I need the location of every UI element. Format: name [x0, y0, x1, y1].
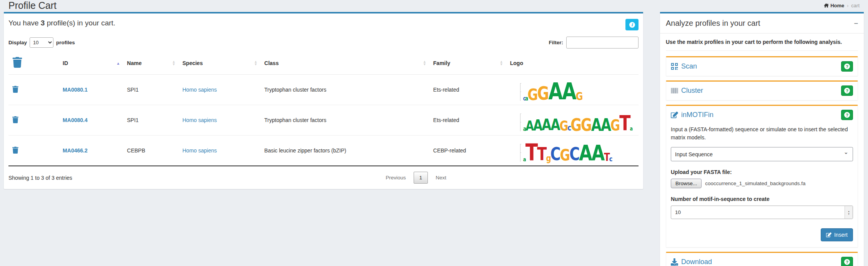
table-header-row: ID ▲ Name ▲▼ Species ▲▼ Class: [8, 52, 639, 75]
column-header-species[interactable]: Species ▲▼: [179, 52, 261, 75]
main-content: You have 3 profile(s) in your cart. i Di…: [4, 12, 864, 266]
scan-link[interactable]: Scan: [671, 62, 697, 70]
display-count-select[interactable]: 10: [30, 37, 53, 48]
sequence-source-select-wrap: Input Sequence ⌄: [671, 147, 853, 161]
profile-cart-page: Profile Cart Home › cart You have 3 prof…: [0, 0, 868, 266]
cluster-link[interactable]: Cluster: [671, 87, 703, 95]
scan-section: Scan ?: [666, 56, 858, 76]
question-icon: ?: [844, 259, 850, 265]
inmotifin-form: Input a (FASTA-formatted) sequence or si…: [671, 125, 853, 241]
scan-label: Scan: [681, 62, 697, 70]
column-header-class[interactable]: Class ▲▼: [261, 52, 429, 75]
remove-row-trash-icon[interactable]: [12, 86, 18, 93]
selected-filename: cooccurrence_1_simulated_backgrounds.fa: [705, 181, 805, 186]
motif-count-field: ▴ ▾: [671, 206, 853, 219]
remove-all-trash-icon[interactable]: [12, 57, 22, 68]
column-header-logo: Logo: [506, 52, 639, 75]
profile-id-link[interactable]: MA0080.1: [63, 87, 88, 93]
species-link[interactable]: Homo sapiens: [183, 117, 217, 123]
page-number-button[interactable]: 1: [414, 172, 428, 184]
edit-icon: [826, 232, 831, 238]
question-icon: ?: [844, 64, 850, 69]
number-spinner[interactable]: ▴ ▾: [845, 206, 853, 219]
scan-help-button[interactable]: ?: [841, 61, 853, 72]
species-link[interactable]: Homo sapiens: [183, 147, 217, 154]
profile-name: CEBPB: [123, 136, 178, 166]
column-header-family[interactable]: Family ▲▼: [429, 52, 506, 75]
profile-family: Ets-related: [429, 75, 506, 105]
column-header-name[interactable]: Name ▲▼: [123, 52, 178, 75]
pagination: Previous 1 Next: [386, 172, 639, 184]
table-row: MA0466.2 CEBPB Homo sapiens Basic leucin…: [8, 136, 639, 166]
info-button[interactable]: i: [625, 19, 639, 30]
analyze-panel-title: Analyze profiles in your cart: [666, 19, 760, 28]
logo-axis: [520, 144, 523, 162]
table-row: MA0080.1 SPI1 Homo sapiens Tryptophan cl…: [8, 75, 639, 105]
display-suffix-label: profiles: [56, 40, 75, 45]
cart-panel: You have 3 profile(s) in your cart. i Di…: [4, 12, 643, 189]
download-link[interactable]: Download: [671, 258, 712, 266]
profile-family: Ets-related: [429, 105, 506, 136]
info-icon: i: [629, 22, 635, 28]
profile-class: Tryptophan cluster factors: [261, 75, 429, 105]
sequence-source-select[interactable]: Input Sequence: [671, 147, 853, 161]
home-icon: [824, 3, 829, 8]
inmotifin-label: inMOTIFin: [681, 111, 713, 119]
remove-row-trash-icon[interactable]: [12, 116, 18, 123]
inmotifin-link[interactable]: inMOTIFin: [671, 111, 713, 119]
spinner-down-icon: ▾: [848, 212, 850, 215]
table-row: MA0080.4 SPI1 Homo sapiens Tryptophan cl…: [8, 105, 639, 136]
download-section: Download ?: [666, 252, 858, 266]
remove-row-trash-icon[interactable]: [12, 147, 18, 154]
logo-axis: [520, 114, 523, 131]
cart-summary-text: You have 3 profile(s) in your cart.: [8, 19, 115, 27]
species-link[interactable]: Homo sapiens: [183, 87, 217, 93]
collapse-icon[interactable]: −: [854, 20, 858, 27]
motif-count-input[interactable]: [671, 206, 853, 219]
next-button[interactable]: Next: [436, 175, 446, 181]
analyze-panel-body: Use the matrix profiles in your cart to …: [660, 33, 864, 266]
page-header: Profile Cart Home › cart: [4, 0, 864, 12]
cluster-help-button[interactable]: ?: [841, 85, 853, 96]
upload-fasta-label: Upload your FASTA file:: [671, 169, 853, 175]
profile-id-link[interactable]: MA0080.4: [63, 117, 88, 123]
sort-icon: ▲▼: [254, 60, 258, 66]
breadcrumb-home-link[interactable]: Home: [824, 3, 844, 8]
divider: [666, 50, 858, 51]
column-header-remove[interactable]: [8, 52, 59, 75]
profiles-table: ID ▲ Name ▲▼ Species ▲▼ Class: [8, 52, 639, 166]
motif-count-label: Number of motif-in-sequence to create: [671, 196, 853, 202]
download-label: Download: [681, 258, 712, 266]
filter-input[interactable]: [566, 37, 639, 49]
column-header-id[interactable]: ID ▲: [59, 52, 123, 75]
breadcrumb-home-label: Home: [830, 3, 844, 8]
insert-label: Insert: [834, 232, 848, 238]
breadcrumb-current: cart: [851, 3, 860, 8]
logo-axis: [520, 83, 523, 101]
cart-summary: You have 3 profile(s) in your cart. i: [8, 19, 639, 30]
analyze-panel-header: Analyze profiles in your cart −: [660, 13, 864, 33]
inmotifin-help-button[interactable]: ?: [841, 110, 853, 120]
showing-entries-text: Showing 1 to 3 of 3 entries: [8, 175, 72, 181]
profile-name: SPI1: [123, 75, 178, 105]
insert-button[interactable]: Insert: [821, 228, 853, 241]
cluster-section: Cluster ?: [666, 80, 858, 100]
browse-button[interactable]: Browse...: [671, 179, 702, 188]
fasta-file-input: Browse... cooccurrence_1_simulated_backg…: [671, 179, 853, 188]
spinner-up-icon: ▴: [848, 210, 850, 212]
table-footer: Showing 1 to 3 of 3 entries Previous 1 N…: [8, 172, 639, 184]
sort-icon: ▲▼: [172, 60, 176, 66]
display-label: Display: [8, 40, 27, 45]
download-help-button[interactable]: ?: [841, 257, 853, 266]
sort-icon: ▲▼: [500, 60, 503, 66]
filter-label: Filter:: [549, 40, 563, 45]
cart-count: 3: [41, 19, 45, 27]
profile-id-link[interactable]: MA0466.2: [63, 147, 88, 154]
profile-class: Basic leucine zipper factors (bZIP): [261, 136, 429, 166]
profile-name: SPI1: [123, 105, 178, 136]
sequence-logo: caGGAAG: [510, 79, 635, 101]
previous-button[interactable]: Previous: [386, 175, 406, 181]
analyze-intro-text: Use the matrix profiles in your cart to …: [666, 39, 858, 45]
inmotifin-description: Input a (FASTA-formatted) sequence or si…: [671, 125, 853, 142]
inmotifin-section: inMOTIFin ? Input a (FASTA-formatted) se…: [666, 105, 858, 248]
